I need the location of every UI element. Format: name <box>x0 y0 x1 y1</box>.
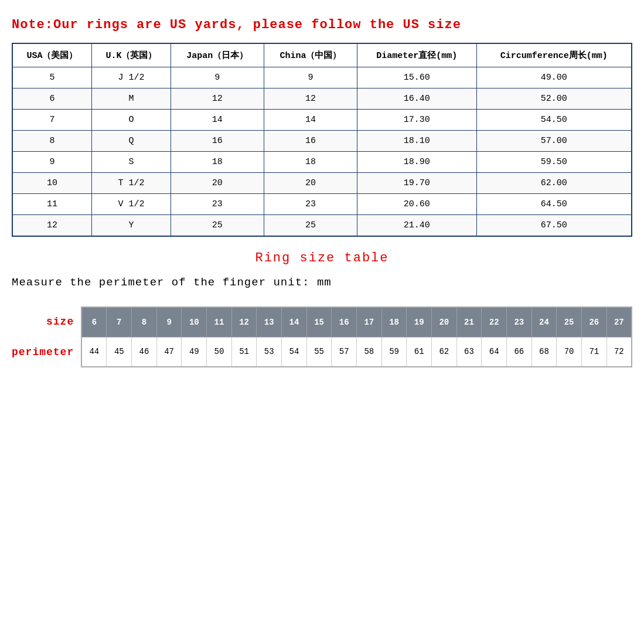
table-header: Japan（日本） <box>171 43 264 67</box>
page-container: Note:Our rings are US yards, please foll… <box>0 0 644 644</box>
table-cell: 20 <box>171 173 264 194</box>
table-cell: 18.90 <box>357 152 476 173</box>
table-row: 7O141417.3054.50 <box>12 110 632 131</box>
table-cell: 23 <box>171 194 264 215</box>
table-cell: 9 <box>171 67 264 88</box>
table-cell: 16 <box>264 131 357 152</box>
perimeter-cell: 58 <box>357 337 382 366</box>
table-cell: 18 <box>171 152 264 173</box>
table-cell: 16 <box>171 131 264 152</box>
size-cell: 20 <box>432 308 457 337</box>
table-row: 6M121216.4052.00 <box>12 88 632 110</box>
size-cell: 10 <box>182 308 207 337</box>
perimeter-cell: 61 <box>407 337 432 366</box>
size-cell: 13 <box>257 308 282 337</box>
table-cell: J 1/2 <box>91 67 171 88</box>
table-cell: 17.30 <box>357 110 476 131</box>
table-cell: 25 <box>264 215 357 237</box>
perimeter-row: 4445464749505153545557585961626364666870… <box>82 337 631 366</box>
size-cell: 16 <box>332 308 357 337</box>
table-cell: 10 <box>12 173 91 194</box>
perimeter-cell: 59 <box>381 337 407 366</box>
table-header: USA（美国） <box>12 43 91 67</box>
table-row: 10T 1/2202019.7062.00 <box>12 173 632 194</box>
size-row: 6789101112131415161718192021222324252627 <box>82 308 631 337</box>
table-cell: 8 <box>12 131 91 152</box>
perimeter-cell: 57 <box>332 337 357 366</box>
table-cell: M <box>91 88 171 110</box>
size-chart-container: size perimeter 6789101112131415161718192… <box>12 306 632 367</box>
table-cell: 52.00 <box>476 88 632 110</box>
measure-text: Measure the perimeter of the finger unit… <box>12 276 632 289</box>
size-cell: 24 <box>531 308 557 337</box>
size-cell: 14 <box>282 308 307 337</box>
table-row: 8Q161618.1057.00 <box>12 131 632 152</box>
perimeter-cell: 70 <box>557 337 582 366</box>
table-cell: 5 <box>12 67 91 88</box>
table-cell: Q <box>91 131 171 152</box>
perimeter-cell: 63 <box>456 337 482 366</box>
table-cell: 15.60 <box>357 67 476 88</box>
table-cell: T 1/2 <box>91 173 171 194</box>
table-cell: 20.60 <box>357 194 476 215</box>
table-cell: S <box>91 152 171 173</box>
table-cell: 67.50 <box>476 215 632 237</box>
size-cell: 21 <box>456 308 482 337</box>
table-cell: 14 <box>264 110 357 131</box>
size-cell: 12 <box>231 308 257 337</box>
size-chart-table: 6789101112131415161718192021222324252627… <box>82 308 631 366</box>
size-label: size <box>12 307 74 336</box>
size-cell: 8 <box>132 308 157 337</box>
table-header: China（中国） <box>264 43 357 67</box>
table-cell: 9 <box>12 152 91 173</box>
table-cell: 25 <box>171 215 264 237</box>
section-title: Ring size table <box>12 251 632 265</box>
table-cell: O <box>91 110 171 131</box>
perimeter-cell: 54 <box>282 337 307 366</box>
perimeter-cell: 66 <box>506 337 531 366</box>
table-cell: 23 <box>264 194 357 215</box>
size-cell: 22 <box>482 308 507 337</box>
perimeter-cell: 64 <box>482 337 507 366</box>
size-cell: 26 <box>581 308 606 337</box>
size-cell: 7 <box>107 308 132 337</box>
table-cell: 12 <box>264 88 357 110</box>
table-cell: 49.00 <box>476 67 632 88</box>
perimeter-cell: 46 <box>132 337 157 366</box>
table-cell: 12 <box>12 215 91 237</box>
table-row: 11V 1/2232320.6064.50 <box>12 194 632 215</box>
table-cell: 54.50 <box>476 110 632 131</box>
table-cell: 7 <box>12 110 91 131</box>
table-cell: 11 <box>12 194 91 215</box>
table-cell: 19.70 <box>357 173 476 194</box>
table-row: 9S181818.9059.50 <box>12 152 632 173</box>
table-row: 5J 1/29915.6049.00 <box>12 67 632 88</box>
size-cell: 6 <box>82 308 107 337</box>
size-cell: 15 <box>306 308 332 337</box>
perimeter-cell: 72 <box>606 337 631 366</box>
table-row: 12Y252521.4067.50 <box>12 215 632 237</box>
perimeter-label: perimeter <box>12 338 74 367</box>
table-cell: 59.50 <box>476 152 632 173</box>
table-cell: 64.50 <box>476 194 632 215</box>
perimeter-cell: 53 <box>257 337 282 366</box>
table-cell: 21.40 <box>357 215 476 237</box>
size-cell: 25 <box>557 308 582 337</box>
perimeter-cell: 62 <box>432 337 457 366</box>
size-cell: 27 <box>606 308 631 337</box>
table-cell: 57.00 <box>476 131 632 152</box>
perimeter-cell: 55 <box>306 337 332 366</box>
size-cell: 9 <box>156 308 182 337</box>
size-chart-table-wrap: 6789101112131415161718192021222324252627… <box>81 306 632 367</box>
perimeter-cell: 47 <box>156 337 182 366</box>
table-cell: 12 <box>171 88 264 110</box>
table-header: Circumference周长(mm) <box>476 43 632 67</box>
table-cell: 18.10 <box>357 131 476 152</box>
size-cell: 11 <box>207 308 232 337</box>
table-header: Diameter直径(mm) <box>357 43 476 67</box>
table-cell: Y <box>91 215 171 237</box>
perimeter-cell: 44 <box>82 337 107 366</box>
table-cell: 18 <box>264 152 357 173</box>
size-chart-labels: size perimeter <box>12 306 81 367</box>
size-cell: 23 <box>506 308 531 337</box>
